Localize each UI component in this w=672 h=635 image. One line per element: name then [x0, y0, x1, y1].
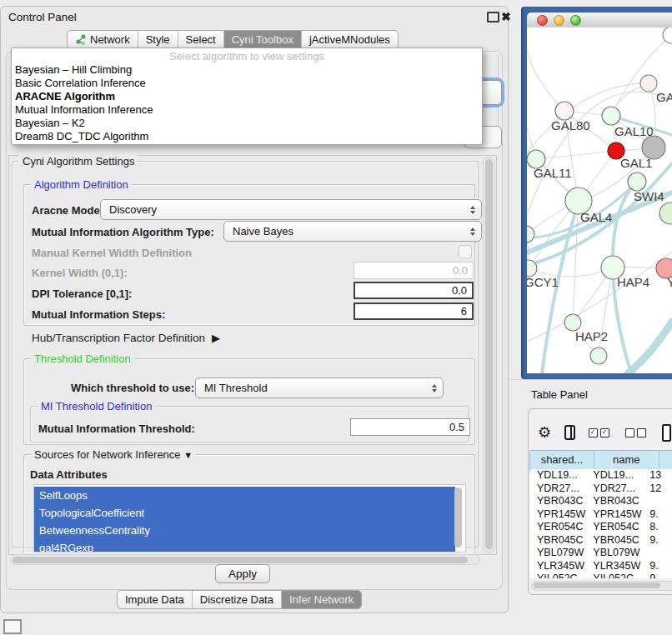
- network-node[interactable]: [659, 202, 672, 224]
- table-row[interactable]: YBL079WYBL079W: [530, 547, 672, 560]
- table-row[interactable]: YBR043CYBR043C: [530, 495, 672, 508]
- table-row[interactable]: YDR27...YDR27...12: [530, 482, 672, 496]
- algorithm-option[interactable]: Dream8 DC_TDC Algorithm: [12, 130, 482, 143]
- tab-infer-network[interactable]: Infer Network: [282, 591, 361, 608]
- table-row[interactable]: YBR045CYBR045C9.: [530, 534, 672, 548]
- network-node[interactable]: [602, 107, 620, 125]
- columns-icon[interactable]: [564, 425, 575, 440]
- table-cell: [643, 547, 672, 560]
- minimize-window-icon[interactable]: [554, 15, 564, 26]
- tab-style[interactable]: Style: [138, 31, 178, 48]
- tab-jactivemnodules[interactable]: jActiveMNodules: [302, 31, 398, 48]
- table-header: shared...nameA: [529, 450, 672, 471]
- tab-network[interactable]: Network: [68, 31, 138, 48]
- close-panel-icon[interactable]: ✖: [501, 11, 511, 22]
- collapse-arrow-icon[interactable]: ▼: [183, 450, 193, 460]
- mi-threshold-group-title: MI Threshold Definition: [38, 400, 155, 412]
- which-threshold-value: MI Threshold: [204, 382, 268, 394]
- column-header[interactable]: shared...: [530, 451, 594, 468]
- mi-type-combo[interactable]: Naive Bayes: [223, 221, 482, 242]
- tab-label: Cyni Toolbox: [232, 33, 293, 46]
- data-attribute-item[interactable]: TopologicalCoefficient: [34, 504, 455, 522]
- scrollbar-thumb[interactable]: [485, 159, 493, 549]
- network-node-label: HAP4: [617, 275, 649, 289]
- column-header[interactable]: name: [594, 451, 659, 468]
- scrollbar-thumb[interactable]: [13, 557, 468, 563]
- column-header[interactable]: A: [659, 451, 672, 468]
- mi-type-value: Naive Bayes: [233, 225, 293, 238]
- deselect-all-icon[interactable]: [625, 428, 649, 438]
- tab-label: Select: [186, 33, 216, 46]
- network-node-label: SWI4: [634, 189, 664, 203]
- dpi-tolerance-field[interactable]: 0.0: [354, 282, 474, 299]
- mi-threshold-field[interactable]: 0.5: [350, 418, 470, 436]
- apply-button[interactable]: Apply: [215, 564, 270, 583]
- tab-label: Impute Data: [125, 593, 184, 606]
- which-threshold-combo[interactable]: MI Threshold: [195, 378, 444, 398]
- tab-select[interactable]: Select: [178, 31, 224, 48]
- kernel-width-field[interactable]: 0.0: [354, 262, 474, 279]
- table-body: YDL19...YDL19...13YDR27...YDR27...12YBR0…: [530, 469, 672, 578]
- new-table-icon[interactable]: [662, 424, 671, 442]
- network-node[interactable]: [628, 172, 646, 191]
- algorithm-options: Bayesian – Hill ClimbingBasic Correlatio…: [12, 63, 482, 143]
- mi-steps-label: Mutual Information Steps:: [32, 308, 165, 321]
- network-node[interactable]: [564, 314, 581, 331]
- network-node-label: GAL11: [534, 166, 572, 180]
- close-window-icon[interactable]: [537, 15, 548, 26]
- table-cell: 9.: [643, 560, 672, 573]
- control-panel-tabs: NetworkStyleSelectCyni ToolboxjActiveMNo…: [67, 30, 399, 49]
- data-attribute-item[interactable]: BetweennessCentrality: [34, 522, 455, 539]
- network-node-label: GAL80: [551, 118, 590, 132]
- table-cell: YER054C: [586, 521, 643, 534]
- cyni-bottom-tabs: Impute DataDiscretize DataInfer Network: [117, 590, 362, 609]
- combo-arrows-icon: [470, 200, 475, 219]
- table-cell: YDR27...: [530, 482, 586, 496]
- scrollbar-thumb[interactable]: [534, 582, 660, 588]
- kernel-width-label: Kernel Width (0,1):: [32, 267, 128, 279]
- gear-icon[interactable]: ⚙: [538, 423, 551, 442]
- aracne-mode-combo[interactable]: Discovery: [100, 199, 482, 220]
- network-node-label: GAL: [656, 90, 672, 104]
- which-threshold-label: Which threshold to use:: [71, 382, 194, 394]
- mi-steps-field[interactable]: 6: [354, 302, 474, 320]
- algorithm-option[interactable]: Bayesian – Hill Climbing: [12, 63, 482, 77]
- network-node[interactable]: [590, 348, 607, 364]
- tab-discretize-data[interactable]: Discretize Data: [193, 591, 282, 608]
- algorithm-option[interactable]: Basic Correlation Inference: [12, 77, 482, 90]
- collapsed-panel-icon[interactable]: [3, 619, 22, 634]
- algorithm-option[interactable]: ARACNE Algorithm: [12, 90, 482, 103]
- table-cell: YIL052C: [586, 572, 643, 578]
- table-row[interactable]: YIL052CYIL052C9.: [530, 572, 672, 578]
- mi-threshold-label: Mutual Information Threshold:: [38, 422, 195, 435]
- tab-label: Infer Network: [289, 593, 354, 606]
- network-canvas[interactable]: GALGAL80GAL10GAL1GAL11SWI4GAL4GCY1HAP4YH…: [527, 28, 672, 373]
- table-cell: YBR043C: [530, 495, 586, 508]
- float-panel-icon[interactable]: [487, 12, 499, 22]
- select-all-icon[interactable]: ✓✓: [589, 428, 612, 438]
- table-cell: 9.: [643, 572, 672, 578]
- tab-cyni-toolbox[interactable]: Cyni Toolbox: [224, 31, 302, 48]
- expand-arrow-icon[interactable]: ▶: [212, 332, 220, 344]
- network-node[interactable]: [640, 75, 657, 92]
- table-row[interactable]: YPR145WYPR145W9.: [530, 508, 672, 522]
- network-window-titlebar[interactable]: [527, 12, 672, 28]
- table-row[interactable]: YER054CYER054C8.: [530, 521, 672, 534]
- hub-definition-expander[interactable]: Hub/Transcription Factor Definition ▶: [32, 332, 220, 344]
- algorithm-option[interactable]: Bayesian – K2: [12, 117, 482, 130]
- zoom-window-icon[interactable]: [570, 15, 581, 26]
- table-cell: YBR043C: [586, 495, 643, 508]
- algorithm-option[interactable]: Mutual Information Inference: [12, 103, 482, 117]
- table-horizontal-scrollbar[interactable]: [531, 581, 672, 591]
- tab-impute-data[interactable]: Impute Data: [118, 591, 193, 608]
- data-attribute-item[interactable]: SelfLoops: [34, 487, 455, 504]
- table-row[interactable]: YLR345WYLR345W9.: [530, 560, 672, 573]
- table-row[interactable]: YDL19...YDL19...13: [530, 469, 672, 482]
- network-node[interactable]: [555, 102, 574, 120]
- attributes-scrollbar[interactable]: [454, 488, 462, 548]
- manual-kernel-checkbox[interactable]: [459, 245, 472, 258]
- settings-vertical-scrollbar[interactable]: [483, 157, 495, 553]
- table-cell: YDL19...: [586, 469, 643, 482]
- table-cell: YLR345W: [586, 560, 643, 573]
- data-attribute-item[interactable]: gal4RGexp: [34, 539, 455, 552]
